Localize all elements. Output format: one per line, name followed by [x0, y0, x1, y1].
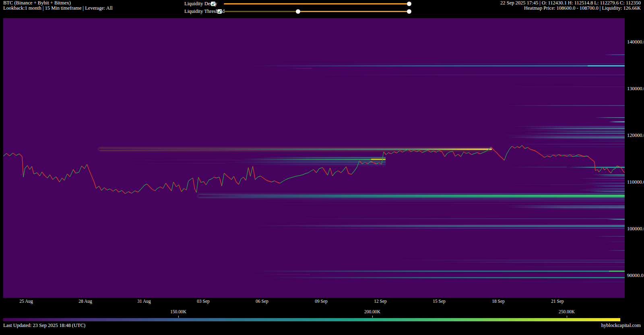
x-axis-tick-label: 06 Sep [256, 299, 268, 304]
colorbar-tick [178, 316, 179, 318]
liquidation-heatmap-app: BTC (Binance + Bybit + Bitmex) Lookback:… [0, 0, 644, 335]
x-axis-tick-label: 21 Sep [551, 299, 564, 304]
colorbar-scale-label: 200.00K [364, 309, 380, 314]
x-axis-tick-label: 15 Sep [433, 299, 446, 304]
slider-thumb[interactable] [296, 9, 300, 14]
watermark-link[interactable]: hyblockcapital.com [601, 323, 641, 329]
x-axis-tick-label: 25 Aug [19, 299, 33, 304]
slider-thumb[interactable] [407, 9, 411, 14]
slider-track-active[interactable] [224, 3, 409, 4]
y-axis-tick-label: 120000.0 [627, 132, 644, 139]
x-axis-tick-label: 28 Aug [78, 299, 92, 304]
colorbar-scale-label: 250.00K [559, 309, 575, 314]
y-axis-tick-label: 140000.0 [627, 39, 644, 45]
y-axis-tick-label: 110000.0 [627, 179, 644, 185]
liquidity-decay-icon[interactable] [211, 1, 215, 6]
x-axis-tick-label: 12 Sep [374, 299, 387, 304]
price-line [3, 18, 625, 298]
liquidity-threshold-icon[interactable] [217, 8, 222, 14]
y-axis-tick-label: 90000.0 [627, 273, 644, 279]
colorbar-tick [567, 316, 567, 318]
slider-track-active[interactable] [298, 11, 409, 12]
x-axis-tick-label: 31 Aug [137, 299, 151, 304]
slider-track-inactive[interactable] [224, 11, 298, 12]
y-axis-tick-label: 100000.0 [627, 226, 644, 232]
slider-thumb[interactable] [407, 2, 411, 6]
colorbar-tick [372, 316, 373, 318]
heatmap-price-readout: Heatmap Price: 108600.0 - 108700.0 | Liq… [500, 6, 641, 11]
last-updated-text: Last Updated: 23 Sep 2025 18:48 (UTC) [3, 323, 85, 329]
x-axis-tick-label: 09 Sep [315, 299, 328, 304]
lookback-settings: Lookback:1 month | 15 Min timeframe | Le… [3, 6, 113, 11]
x-axis-tick-label: 18 Sep [492, 299, 505, 304]
colorbar-scale-label: 150.00K [170, 309, 186, 314]
x-axis-tick-label: 03 Sep [197, 299, 210, 304]
y-axis-tick-label: 130000.0 [627, 86, 644, 92]
liquidity-colorbar [3, 318, 620, 321]
heatmap-canvas[interactable] [3, 18, 625, 298]
